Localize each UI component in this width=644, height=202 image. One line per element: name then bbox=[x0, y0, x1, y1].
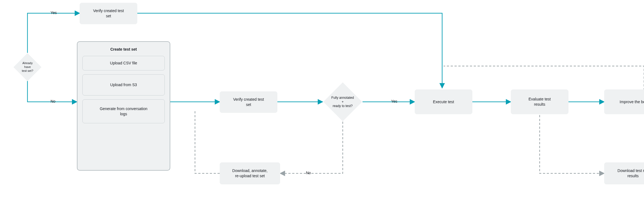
edge-label-no-down: No bbox=[305, 171, 312, 175]
node-execute-test: Execute test bbox=[415, 89, 472, 114]
option-label: Upload CSV file bbox=[110, 61, 137, 65]
option-generate-logs: Generate from conversationlogs bbox=[82, 99, 165, 124]
flow-diagram: Already havetest set? Yes No Verify crea… bbox=[0, 0, 644, 202]
edge-label-no-left: No bbox=[49, 99, 57, 103]
node-label: Verify created testset bbox=[233, 97, 264, 107]
option-label: Generate from conversationlogs bbox=[100, 107, 147, 116]
node-label: Improve the bot bbox=[620, 99, 644, 105]
option-upload-s3: Upload from S3 bbox=[82, 74, 165, 95]
edge-label-yes-top: Yes bbox=[49, 10, 58, 15]
node-annotate-loop: Download, annotate,re-upload test set bbox=[220, 162, 280, 184]
group-create-test-set: Create test set Upload CSV file Upload f… bbox=[77, 41, 170, 171]
node-label: Execute test bbox=[433, 99, 454, 105]
edge-label-yes-right: Yes bbox=[390, 99, 398, 103]
node-improve-bot: Improve the bot bbox=[604, 89, 644, 114]
decision-fully-annotated: Fully annotated+ready to test? bbox=[323, 82, 362, 121]
node-label: Download test runresults bbox=[618, 168, 644, 179]
decision-label: Fully annotated+ready to test? bbox=[329, 95, 356, 109]
group-title: Create test set bbox=[82, 47, 165, 52]
decision-label: Already havetest set? bbox=[18, 60, 37, 74]
node-download-results: Download test runresults bbox=[604, 162, 644, 184]
node-label: Evaluate testresults bbox=[529, 97, 551, 107]
node-verify-mid: Verify created testset bbox=[220, 91, 277, 113]
node-evaluate-results: Evaluate testresults bbox=[511, 89, 568, 114]
option-label: Upload from S3 bbox=[110, 83, 137, 87]
node-verify-top: Verify created testset bbox=[80, 3, 137, 24]
node-label: Download, annotate,re-upload test set bbox=[232, 168, 267, 179]
decision-already-have-test-set: Already havetest set? bbox=[13, 53, 41, 81]
option-upload-csv: Upload CSV file bbox=[82, 56, 165, 70]
node-label: Verify created testset bbox=[93, 8, 124, 19]
